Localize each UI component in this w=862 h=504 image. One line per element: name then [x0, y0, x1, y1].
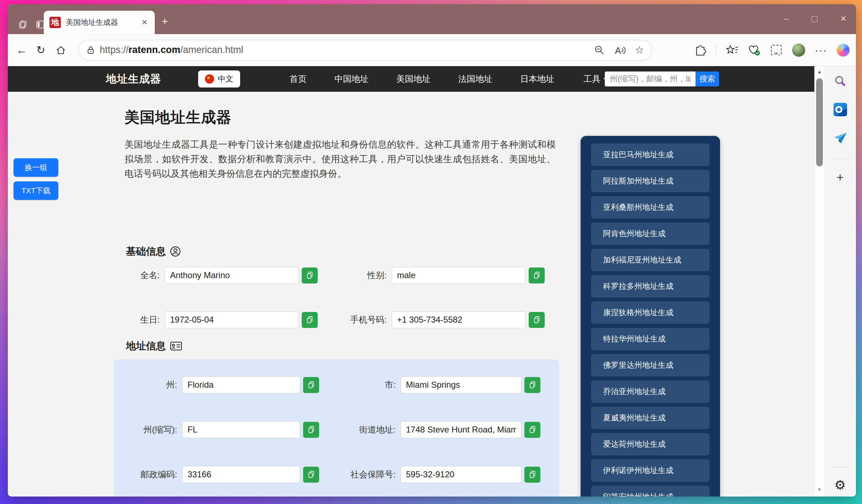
window-close-button[interactable]: ✕ — [840, 15, 847, 23]
field-input[interactable] — [401, 376, 522, 393]
scrollbar-up-arrow[interactable]: ▲ — [817, 69, 822, 74]
state-link-button[interactable]: 特拉华州地址生成 — [591, 328, 709, 350]
nav-link[interactable]: 中国地址 — [334, 73, 369, 85]
browser-window: 地 美国地址生成器 ✕ + – ✕ ← ↻ — [8, 4, 856, 497]
home-button[interactable] — [54, 44, 67, 57]
state-link-button[interactable]: 夏威夷州地址生成 — [591, 407, 709, 429]
gear-icon[interactable]: ⚙ — [834, 479, 846, 492]
state-link-button[interactable]: 印第安纳州地址生成 — [591, 486, 709, 497]
form-field: 手机号码: — [347, 311, 545, 328]
page-scrollbar[interactable]: ▲ ▼ — [814, 66, 824, 497]
form-field: 州: — [129, 376, 342, 393]
state-link-button[interactable]: 亚利桑那州地址生成 — [591, 196, 709, 218]
field-input[interactable] — [401, 466, 522, 483]
copy-button[interactable] — [302, 312, 318, 328]
form-field: 邮政编码: — [129, 466, 342, 483]
window-maximize-button[interactable] — [811, 16, 818, 22]
copy-button[interactable] — [524, 422, 540, 438]
field-label: 市: — [347, 379, 401, 390]
field-input[interactable] — [392, 267, 526, 284]
form-field: 市: — [347, 376, 534, 393]
state-link-button[interactable]: 康涅狄格州地址生成 — [591, 302, 709, 324]
address-info-heading: 地址信息 — [126, 339, 182, 353]
field-label: 街道地址: — [347, 424, 401, 435]
favorite-star-icon[interactable]: ☆ — [635, 45, 644, 55]
state-link-button[interactable]: 科罗拉多州地址生成 — [591, 275, 709, 297]
state-link-button[interactable]: 加利福尼亚州地址生成 — [591, 249, 709, 271]
nav-link[interactable]: 日本地址 — [520, 73, 554, 85]
copilot-icon[interactable] — [837, 44, 850, 57]
field-input[interactable] — [182, 376, 300, 393]
field-input[interactable] — [392, 311, 526, 328]
profile-avatar[interactable] — [792, 43, 805, 57]
copy-button[interactable] — [524, 467, 540, 483]
txt-download-button[interactable]: TXT下载 — [14, 181, 58, 200]
address-bar[interactable]: https://ratenn.com/american.html A ☆ — [79, 40, 652, 60]
site-logo[interactable]: 地址生成器 — [106, 72, 161, 86]
field-input[interactable] — [165, 311, 299, 328]
scrollbar-thumb[interactable] — [816, 78, 823, 166]
window-minimize-button[interactable]: – — [784, 15, 788, 23]
new-tab-button[interactable]: + — [162, 16, 168, 27]
china-flag-icon — [205, 74, 214, 84]
back-button[interactable]: ← — [16, 45, 27, 55]
read-aloud-icon[interactable]: A — [615, 46, 626, 55]
form-field: 街道地址: — [347, 421, 534, 438]
nav-link[interactable]: 美国地址 — [396, 73, 430, 85]
state-link-button[interactable]: 乔治亚州地址生成 — [591, 381, 709, 403]
copy-button[interactable] — [303, 377, 319, 393]
site-search-button[interactable]: 搜索 — [696, 71, 719, 86]
site-favicon: 地 — [49, 17, 61, 28]
field-label: 手机号码: — [347, 314, 392, 325]
field-label: 生日: — [120, 314, 165, 325]
form-field: 全名: — [120, 267, 318, 284]
copy-button[interactable] — [524, 377, 540, 393]
nav-tools-wrap: 工具 — [583, 66, 607, 92]
tab-close-icon[interactable]: ✕ — [138, 17, 150, 28]
workspaces-icon[interactable] — [18, 20, 28, 29]
sidebar-add-icon[interactable]: + — [837, 170, 844, 184]
state-links-panel: 亚拉巴马州地址生成 阿拉斯加州地址生成 亚利桑那州地址生成 阿肯色州地址生成 加… — [581, 136, 720, 497]
copy-button[interactable] — [303, 422, 319, 438]
refresh-button[interactable]: ↻ — [36, 45, 45, 55]
nav-link[interactable]: 首页 — [290, 73, 307, 85]
browser-essentials-icon[interactable] — [748, 44, 761, 57]
language-selector[interactable]: 中文 — [198, 70, 240, 87]
drop-icon[interactable] — [832, 130, 848, 146]
page-description: 美国地址生成器工具是一种专门设计来创建虚拟地址和身份信息的软件。这种工具通常用于… — [125, 137, 556, 181]
state-link-button[interactable]: 阿拉斯加州地址生成 — [591, 170, 709, 192]
lock-icon[interactable] — [87, 46, 95, 55]
state-link-button[interactable]: 阿肯色州地址生成 — [591, 223, 709, 245]
state-link-button[interactable]: 伊利诺伊州地址生成 — [591, 460, 709, 482]
field-input[interactable] — [165, 267, 299, 284]
nav-link[interactable]: 法国地址 — [458, 73, 492, 85]
copy-button[interactable] — [302, 267, 318, 283]
address-info-fields: 州: 市: — [129, 376, 534, 483]
nav-tools-dropdown[interactable]: 工具 — [583, 73, 607, 85]
copy-button[interactable] — [529, 312, 545, 328]
field-label: 邮政编码: — [129, 469, 182, 480]
page-viewport: 地址生成器 中文 首页中国地址美国地址法国地址日本地址 工具 — [8, 66, 814, 497]
field-label: 州(缩写): — [129, 424, 182, 435]
zoom-out-icon[interactable] — [593, 44, 606, 57]
field-input[interactable] — [182, 466, 300, 483]
toolbar-divider — [716, 44, 716, 56]
scrollbar-down-arrow[interactable]: ▼ — [817, 487, 822, 492]
outlook-icon[interactable] — [832, 102, 848, 117]
settings-more-icon[interactable]: ··· — [815, 44, 827, 56]
site-search-input[interactable] — [605, 71, 696, 86]
state-link-button[interactable]: 爱达荷州地址生成 — [591, 433, 709, 455]
copy-button[interactable] — [529, 267, 545, 283]
favorites-list-icon[interactable] — [726, 44, 739, 57]
sidebar-search-icon[interactable] — [832, 73, 848, 89]
state-link-button[interactable]: 佛罗里达州地址生成 — [591, 354, 709, 376]
field-input[interactable] — [401, 421, 522, 438]
regenerate-button[interactable]: 换一组 — [14, 158, 58, 177]
screenshot-icon[interactable]: ✂ — [770, 44, 783, 57]
browser-tab[interactable]: 地 美国地址生成器 ✕ — [44, 11, 155, 34]
field-input[interactable] — [182, 421, 300, 438]
state-link-button[interactable]: 亚拉巴马州地址生成 — [591, 144, 709, 166]
extensions-icon[interactable] — [694, 44, 707, 57]
copy-button[interactable] — [303, 467, 319, 483]
edge-sidebar: + ⚙ — [824, 66, 856, 497]
